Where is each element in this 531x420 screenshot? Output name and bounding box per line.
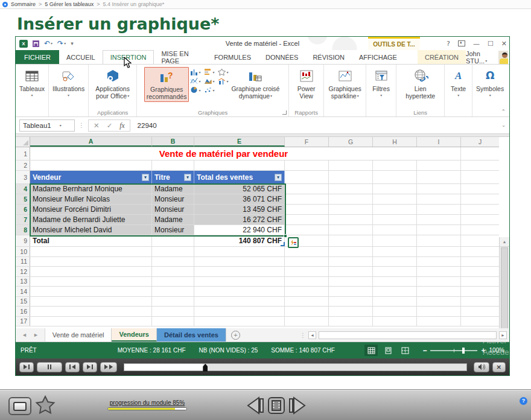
column-header-h[interactable]: H [373,137,417,147]
qat-customize-icon[interactable]: ▾ [71,40,74,46]
column-header-a[interactable]: A [30,137,152,147]
cell-vendeur[interactable]: Madame Bernhard Monique [30,184,152,194]
user-account[interactable]: John STU... [466,50,509,64]
cell-titre[interactable]: Madame [152,184,194,194]
header-cell-vendeur[interactable]: Vendeur▾ [30,171,152,183]
illustrations-button[interactable]: Illustrations ▾ [51,67,86,99]
undo-icon[interactable]: ↶ [44,39,52,48]
zoom-slider-thumb[interactable] [462,348,465,354]
tab-mise-en-page[interactable]: MISE EN PAGE [154,50,206,64]
cell-titre[interactable]: Madame [152,215,194,224]
help-button[interactable]: ? [520,397,527,405]
row-number[interactable]: 3 [16,171,30,183]
favorite-star-button[interactable] [34,395,56,416]
texte-button[interactable]: A Texte ▾ [449,67,468,99]
grid-cells[interactable] [30,277,499,287]
sheet-next-icon[interactable]: ► [33,332,39,338]
grid-cells[interactable] [285,235,499,246]
sheet-tab-vente[interactable]: Vente de matériel [45,328,112,342]
grid-cells[interactable] [285,205,499,214]
maximize-icon[interactable]: ☐ [488,40,494,48]
grid-cells[interactable] [30,267,499,276]
row-number[interactable]: 2 [16,161,30,170]
column-header-f[interactable]: F [285,137,329,147]
cell-total[interactable]: 16 272 CHF [194,215,285,224]
formula-input[interactable]: 22940 [134,119,498,132]
zoom-out-icon[interactable]: − [422,346,427,355]
formula-bar-handle[interactable]: ⋮ [78,122,84,129]
combo-chart-icon[interactable] [218,77,228,84]
previous-slide-button[interactable] [244,396,265,415]
zoom-in-icon[interactable]: + [481,346,485,355]
tab-accueil[interactable]: ACCUEIL [59,50,103,64]
close-icon[interactable]: ✕ [501,40,507,48]
row-number[interactable]: 15 [16,297,30,307]
filter-dropdown-icon[interactable]: ▾ [142,174,149,181]
cell-total[interactable]: 52 065 CHF [194,184,285,194]
insert-function-icon[interactable]: fx [119,122,124,129]
row-number[interactable]: 12 [16,267,30,276]
column-header-e[interactable]: E [194,137,285,147]
tab-formules[interactable]: FORMULES [207,50,258,64]
enter-icon[interactable]: ✓ [107,121,113,130]
player-forward-button[interactable] [100,362,117,372]
bar-chart-icon[interactable] [204,68,214,75]
quick-analysis-button[interactable] [288,237,299,248]
tab-creation[interactable]: CRÉATION [418,50,466,64]
header-cell-total[interactable]: Total des ventes▾ [194,171,285,183]
tableaux-button[interactable]: Tableaux ▾ [17,67,46,99]
grid-cells[interactable] [285,171,499,183]
sheet-title-cell[interactable]: Vente de matériel par vendeur [30,147,417,160]
player-pause-button[interactable] [37,362,62,372]
row-number[interactable]: 14 [16,287,30,296]
splitter-handle[interactable]: ⋮ [300,332,306,339]
tab-revision[interactable]: RÉVISION [305,50,352,64]
grid-cells[interactable] [30,161,499,170]
scatter-chart-icon[interactable] [204,86,214,94]
grid-cells[interactable] [285,194,499,204]
column-chart-icon[interactable] [190,68,200,75]
sheet-prev-icon[interactable]: ◄ [22,332,27,338]
radar-chart-icon[interactable] [218,68,228,75]
cell-total[interactable]: 13 459 CHF [194,205,285,214]
tab-affichage[interactable]: AFFICHAGE [352,50,404,64]
name-box[interactable]: Tableau1 ▾ [19,119,75,132]
pie-chart-icon[interactable] [190,86,200,94]
total-value-cell[interactable]: 140 807 CHF [194,235,285,246]
recommended-charts-button[interactable]: ? Graphiquesrecommandés [144,67,189,102]
collapse-ribbon-icon[interactable]: ⌃ [501,109,506,115]
row-number[interactable]: 1 [16,147,30,160]
ribbon-display-options-icon[interactable] [458,40,465,46]
expand-formula-bar-icon[interactable]: ⌄ [501,122,506,128]
row-number[interactable]: 9 [16,235,30,246]
active-cell[interactable]: 22 940 CHF [194,225,285,235]
cell-titre[interactable]: Monsieur [152,194,194,204]
tab-fichier[interactable]: FICHIER [16,50,59,64]
filter-dropdown-icon[interactable]: ▾ [275,174,282,181]
tab-donnees[interactable]: DONNÉES [258,50,305,64]
player-next-button[interactable] [83,362,97,372]
redo-icon[interactable]: ↷ [57,39,66,48]
grid-cells[interactable] [285,215,499,224]
cell-titre[interactable]: Monsieur [152,225,194,235]
column-header-j[interactable]: J [461,137,499,147]
page-break-view-icon[interactable] [398,345,412,356]
column-header-b[interactable]: B [152,137,194,147]
breadcrumb-home-icon[interactable] [2,2,8,7]
player-exit-button[interactable] [19,362,34,372]
row-number[interactable]: 4 [16,184,30,194]
avatar[interactable] [498,51,508,64]
filter-dropdown-icon[interactable]: ▾ [184,174,191,181]
scroll-right-icon[interactable]: ► [499,331,507,339]
area-chart-icon[interactable] [204,77,214,84]
grid-cells[interactable] [30,287,499,296]
grid-cells[interactable] [285,225,499,235]
power-view-button[interactable]: PowerView [296,67,317,101]
player-close-button[interactable]: ✕ [492,362,506,372]
cancel-icon[interactable]: ✕ [94,121,100,130]
cell-vendeur[interactable]: Monsieur Muller Nicolas [30,194,152,204]
row-number[interactable]: 13 [16,277,30,287]
cell-vendeur[interactable]: Monsieur Michelet David [30,225,152,235]
minimize-icon[interactable]: — [473,40,480,48]
column-header-i[interactable]: I [417,137,461,147]
